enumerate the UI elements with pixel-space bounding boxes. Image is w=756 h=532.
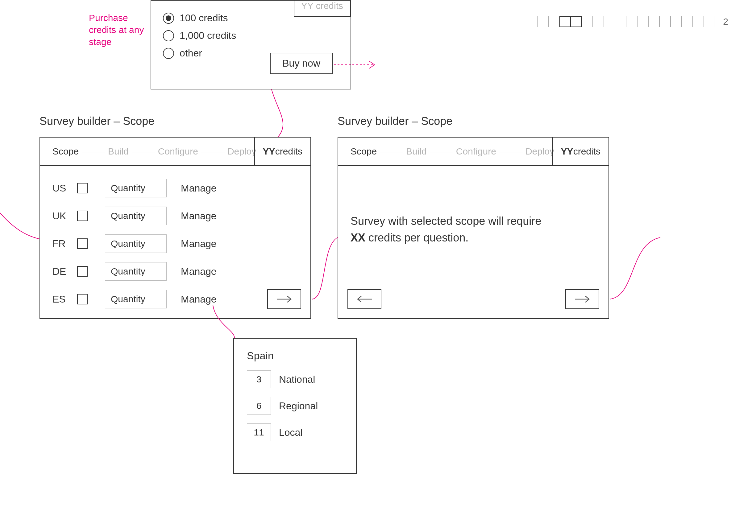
crumb-build[interactable]: Build xyxy=(406,146,427,157)
page-cell[interactable] xyxy=(593,16,604,27)
crumb-configure[interactable]: Configure xyxy=(456,146,496,157)
yy-rest: credits xyxy=(573,146,601,157)
crumb-deploy[interactable]: Deploy xyxy=(228,146,256,157)
country-row-uk: UK Quantity Manage xyxy=(52,207,298,225)
quantity-input[interactable]: Quantity xyxy=(105,290,167,308)
annotation-purchase: Purchase credits at any stage xyxy=(89,12,150,48)
page-cell[interactable] xyxy=(637,16,648,27)
page-cell[interactable] xyxy=(604,16,615,27)
country-row-de: DE Quantity Manage xyxy=(52,262,298,281)
cost-line1: Survey with selected scope will require xyxy=(351,215,541,227)
crumb-sep: ——— xyxy=(201,147,224,156)
credits-balance-chip[interactable]: YY credits xyxy=(552,138,608,165)
country-label: US xyxy=(52,183,69,194)
radio-icon xyxy=(163,30,174,41)
page-cell[interactable] xyxy=(582,16,593,27)
country-checkbox[interactable] xyxy=(77,294,88,304)
country-row-es: ES Quantity Manage xyxy=(52,290,298,308)
country-label: DE xyxy=(52,266,69,277)
page-cell[interactable] xyxy=(682,16,693,27)
page-cell[interactable] xyxy=(559,16,571,27)
radio-icon xyxy=(163,13,174,24)
pagination: 2 xyxy=(537,16,728,27)
page-cell[interactable] xyxy=(648,16,660,27)
country-label: FR xyxy=(52,238,69,249)
crumb-sep: ——— xyxy=(132,147,155,156)
radio-label: 100 credits xyxy=(179,12,228,24)
crumb-sep: ——— xyxy=(82,147,105,156)
manage-link[interactable]: Manage xyxy=(181,210,217,222)
panel-title-right: Survey builder – Scope xyxy=(338,115,452,128)
page-cell[interactable] xyxy=(660,16,670,27)
crumb-sep: ——— xyxy=(430,147,453,156)
country-checkbox[interactable] xyxy=(77,183,88,193)
quantity-input[interactable]: Quantity xyxy=(105,234,167,253)
country-checkbox[interactable] xyxy=(77,211,88,221)
crumb-scope[interactable]: Scope xyxy=(351,146,377,157)
spain-row-national: 3 National xyxy=(247,370,343,388)
quantity-input[interactable]: Quantity xyxy=(105,207,167,225)
next-button[interactable] xyxy=(267,289,301,309)
spain-row-label: Local xyxy=(279,427,303,438)
popover-title: Spain xyxy=(247,350,343,362)
manage-link[interactable]: Manage xyxy=(181,293,217,305)
cost-summary: Survey with selected scope will require … xyxy=(351,213,596,246)
quantity-input[interactable]: Quantity xyxy=(105,262,167,281)
arrow-right-icon xyxy=(276,295,293,303)
country-label: UK xyxy=(52,210,69,222)
next-button[interactable] xyxy=(565,289,599,309)
yy-bold: YY xyxy=(263,146,275,157)
spain-row-label: Regional xyxy=(279,400,318,412)
spain-row-label: National xyxy=(279,374,315,385)
country-row-us: US Quantity Manage xyxy=(52,179,298,197)
spain-count-input[interactable]: 3 xyxy=(247,370,271,388)
spain-row-local: 11 Local xyxy=(247,423,343,441)
credits-balance-chip[interactable]: YY credits xyxy=(254,138,310,165)
page-cell[interactable] xyxy=(537,16,548,27)
country-label: ES xyxy=(52,293,69,305)
page-cell[interactable] xyxy=(670,16,682,27)
manage-link[interactable]: Manage xyxy=(181,183,217,194)
radio-icon xyxy=(163,48,174,59)
country-checkbox[interactable] xyxy=(77,239,88,249)
quantity-input[interactable]: Quantity xyxy=(105,179,167,197)
crumb-scope[interactable]: Scope xyxy=(52,146,79,157)
radio-label: other xyxy=(179,47,202,59)
credits-panel: YY credits 100 credits 1,000 credits oth… xyxy=(150,0,351,89)
credits-balance-chip[interactable]: YY credits xyxy=(294,0,351,17)
radio-label: 1,000 credits xyxy=(179,30,236,41)
arrow-right-icon xyxy=(574,295,591,303)
crumb-deploy[interactable]: Deploy xyxy=(526,146,554,157)
page-cell[interactable] xyxy=(548,16,559,27)
spain-row-regional: 6 Regional xyxy=(247,397,343,415)
page-cell[interactable] xyxy=(571,16,582,27)
credit-option-1000[interactable]: 1,000 credits xyxy=(163,30,339,41)
page-number: 2 xyxy=(723,16,728,27)
arrow-left-icon xyxy=(356,295,373,303)
crumb-configure[interactable]: Configure xyxy=(158,146,198,157)
page-cell[interactable] xyxy=(626,16,637,27)
spain-count-input[interactable]: 6 xyxy=(247,397,271,415)
scope-panel-cost: Scope ——— Build ——— Configure ——— Deploy… xyxy=(338,137,609,319)
yy-bold: YY xyxy=(561,146,573,157)
page-cell[interactable] xyxy=(704,16,715,27)
page-cell[interactable] xyxy=(615,16,626,27)
crumb-sep: ——— xyxy=(499,147,523,156)
back-button[interactable] xyxy=(347,289,381,309)
panel-title-left: Survey builder – Scope xyxy=(40,115,154,128)
spain-count-input[interactable]: 11 xyxy=(247,423,271,441)
crumb-sep: ——— xyxy=(380,147,403,156)
crumb-build[interactable]: Build xyxy=(108,146,129,157)
buy-now-button[interactable]: Buy now xyxy=(270,53,333,74)
manage-link[interactable]: Manage xyxy=(181,266,217,277)
breadcrumb: Scope ——— Build ——— Configure ——— Deploy… xyxy=(40,138,310,166)
country-row-fr: FR Quantity Manage xyxy=(52,234,298,253)
cost-line2: credits per question. xyxy=(365,231,469,244)
cost-xx: XX xyxy=(351,231,365,244)
yy-rest: credits xyxy=(275,146,302,157)
buy-now-label: Buy now xyxy=(282,58,320,69)
country-checkbox[interactable] xyxy=(77,266,88,277)
manage-link[interactable]: Manage xyxy=(181,238,217,249)
page-cell[interactable] xyxy=(693,16,704,27)
breadcrumb: Scope ——— Build ——— Configure ——— Deploy… xyxy=(338,138,608,166)
